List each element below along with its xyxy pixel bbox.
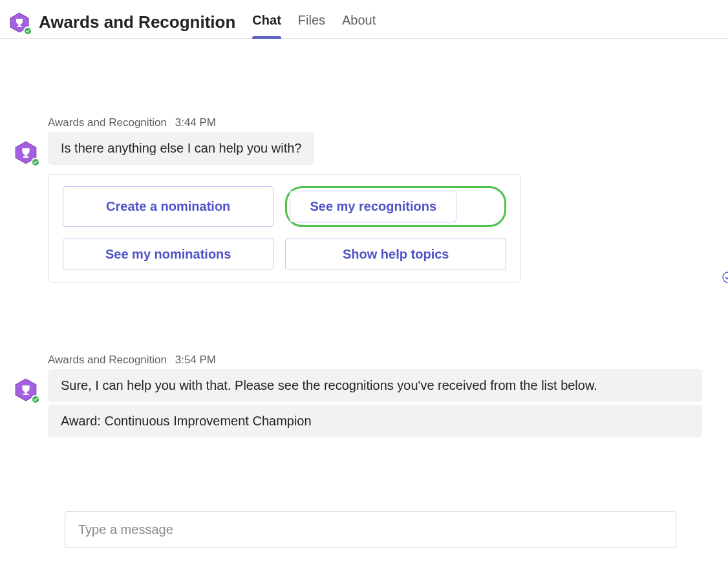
svg-rect-8 — [25, 391, 27, 393]
tab-files[interactable]: Files — [298, 6, 325, 38]
svg-rect-5 — [23, 156, 29, 158]
compose-row — [65, 511, 676, 548]
award-result-row: Award: Continuous Improvement Champion — [48, 405, 702, 438]
svg-rect-2 — [17, 26, 22, 27]
message-meta: Awards and Recognition 3:44 PM — [48, 116, 702, 129]
action-see-my-recognitions[interactable]: See my recognitions — [290, 191, 456, 222]
action-see-my-nominations[interactable]: See my nominations — [63, 239, 273, 270]
action-create-nomination[interactable]: Create a nomination — [63, 186, 273, 227]
svg-rect-1 — [19, 24, 21, 26]
action-show-help-topics[interactable]: Show help topics — [285, 239, 506, 270]
svg-rect-9 — [23, 394, 29, 395]
tab-about[interactable]: About — [342, 6, 376, 38]
tab-bar: Chat Files About — [252, 6, 376, 38]
presence-available-icon — [31, 395, 40, 404]
bot-avatar — [14, 141, 37, 164]
svg-rect-4 — [25, 154, 27, 156]
page-title: Awards and Recognition — [39, 12, 235, 32]
message-text: Is there anything else I can help you wi… — [48, 132, 314, 165]
message-time: 3:44 PM — [175, 116, 216, 129]
message-input[interactable] — [65, 511, 676, 548]
chat-header: Awards and Recognition Chat Files About — [0, 0, 728, 39]
read-receipt-icon — [722, 271, 728, 286]
message-sender: Awards and Recognition — [48, 116, 167, 129]
message-group: Awards and Recognition 3:44 PM Is there … — [14, 116, 702, 282]
message-time: 3:54 PM — [175, 354, 216, 366]
chat-scroll-area: Awards and Recognition 3:44 PM Is there … — [0, 39, 728, 561]
suggested-actions-card: Create a nomination See my recognitions … — [48, 174, 521, 282]
presence-available-icon — [31, 158, 40, 167]
message-sender: Awards and Recognition — [48, 354, 167, 366]
message-group: Awards and Recognition 3:54 PM Sure, I c… — [14, 354, 702, 440]
message-text: Sure, I can help you with that. Please s… — [48, 369, 702, 402]
tutorial-highlight-ring: See my recognitions — [285, 186, 506, 227]
app-avatar — [9, 12, 30, 33]
message-meta: Awards and Recognition 3:54 PM — [48, 354, 702, 367]
presence-available-icon — [23, 27, 32, 36]
tab-chat[interactable]: Chat — [252, 6, 281, 38]
bot-avatar — [14, 378, 37, 401]
